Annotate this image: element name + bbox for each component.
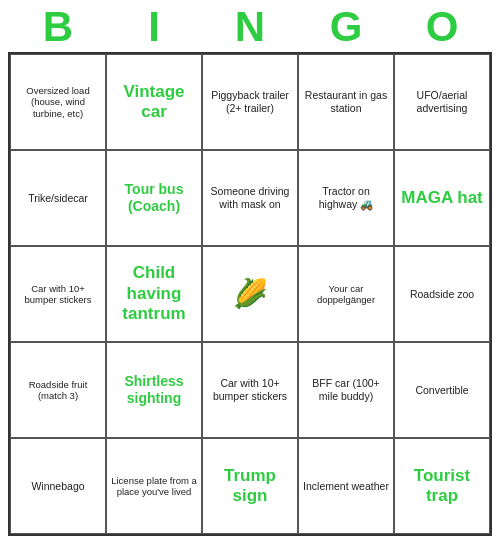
cell-5: Trike/sidecar (10, 150, 106, 246)
letter-i: I (110, 6, 198, 48)
cell-9: MAGA hat (394, 150, 490, 246)
cell-21: License plate from a place you've lived (106, 438, 202, 534)
cell-15: Roadside fruit (match 3) (10, 342, 106, 438)
cell-14: Roadside zoo (394, 246, 490, 342)
bingo-header: B I N G O (10, 0, 490, 52)
cell-12: 🌽 (202, 246, 298, 342)
cell-13: Your car doppelgänger (298, 246, 394, 342)
cell-20: Winnebago (10, 438, 106, 534)
cell-19: Convertible (394, 342, 490, 438)
cell-22: Trump sign (202, 438, 298, 534)
cell-2: Piggyback trailer (2+ trailer) (202, 54, 298, 150)
letter-o: O (398, 6, 486, 48)
cell-17: Car with 10+ bumper stickers (202, 342, 298, 438)
cell-7: Someone driving with mask on (202, 150, 298, 246)
cell-11: Child having tantrum (106, 246, 202, 342)
cell-3: Restaurant in gas station (298, 54, 394, 150)
cell-8: Tractor on highway 🚜 (298, 150, 394, 246)
cell-4: UFO/aerial advertising (394, 54, 490, 150)
cell-23: Inclement weather (298, 438, 394, 534)
cell-0: Oversized load (house, wind turbine, etc… (10, 54, 106, 150)
cell-16: Shirtless sighting (106, 342, 202, 438)
cell-1: Vintage car (106, 54, 202, 150)
letter-b: B (14, 6, 102, 48)
letter-g: G (302, 6, 390, 48)
bingo-grid: Oversized load (house, wind turbine, etc… (8, 52, 492, 536)
letter-n: N (206, 6, 294, 48)
cell-18: BFF car (100+ mile buddy) (298, 342, 394, 438)
cell-24: Tourist trap (394, 438, 490, 534)
cell-6: Tour bus (Coach) (106, 150, 202, 246)
cell-10: Car with 10+ bumper stickers (10, 246, 106, 342)
